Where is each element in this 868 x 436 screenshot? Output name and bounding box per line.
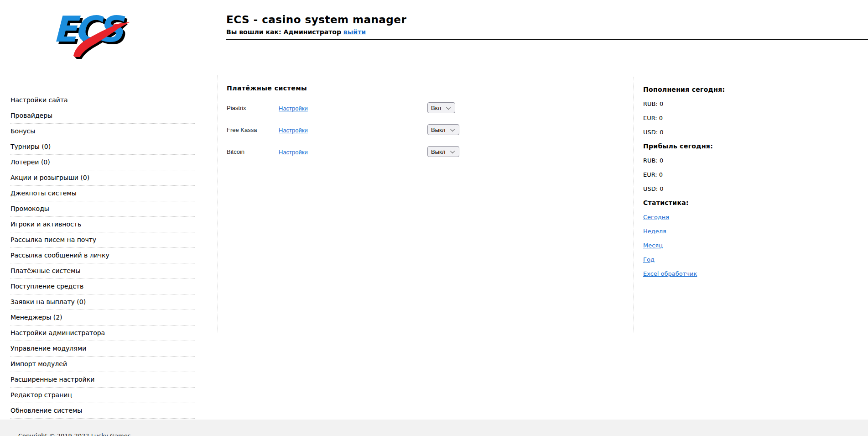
sidebar-item-jackpots[interactable]: Джекпоты системы [10, 186, 195, 201]
payment-name: Free Kassa [227, 126, 279, 133]
sidebar-item-site-settings[interactable]: Настройки сайта [10, 93, 195, 108]
stats-link-month[interactable]: Месяц [643, 242, 663, 249]
header: ECS - casino system manager Вы вошли как… [226, 14, 406, 36]
select-value: Выкл [431, 148, 452, 155]
sidebar-item-providers[interactable]: Провайдеры [10, 108, 195, 124]
sidebar-item-incoming-funds[interactable]: Поступление средств [10, 279, 195, 294]
sidebar-item-pm-newsletter[interactable]: Рассылка сообщений в личку [10, 248, 195, 263]
sidebar-item-module-import[interactable]: Импорт модулей [10, 357, 195, 372]
sidebar-item-promocodes[interactable]: Промокоды [10, 201, 195, 217]
profit-usd: USD: 0 [643, 185, 780, 193]
sidebar-item-mail-newsletter[interactable]: Рассылка писем на почту [10, 232, 195, 248]
login-label: Вы вошли как: Администратор [226, 28, 341, 36]
deposits-usd: USD: 0 [643, 128, 780, 136]
sidebar-item-lotteries[interactable]: Лотереи (0) [10, 155, 195, 170]
stats-panel: Пополнения сегодня: RUB: 0 EUR: 0 USD: 0… [643, 86, 780, 284]
logout-link[interactable]: выйти [343, 28, 366, 36]
copyright-text: Copyright © 2019-2022 Lucky Games [18, 432, 868, 436]
piastrix-settings-link[interactable]: Настройки [279, 105, 308, 112]
deposits-eur: EUR: 0 [643, 114, 780, 122]
payment-row-freekassa: Free Kassa Настройки Выкл [227, 124, 619, 136]
payment-row-bitcoin: Bitcoin Настройки Выкл [227, 146, 619, 158]
sidebar-item-tournaments[interactable]: Турниры (0) [10, 139, 195, 155]
sidebar-item-promotions[interactable]: Акции и розыгрыши (0) [10, 170, 195, 186]
sidebar-item-payment-systems[interactable]: Платёжные системы [10, 263, 195, 279]
stats-link-today[interactable]: Сегодня [643, 214, 669, 221]
page: { "header": { "logo_text": "ECS", "title… [0, 0, 868, 436]
freekassa-settings-link[interactable]: Настройки [279, 127, 308, 134]
select-value: Выкл [431, 126, 452, 133]
statistics-title: Статистика: [643, 199, 780, 207]
profit-today-title: Прибыль сегодня: [643, 142, 780, 150]
sidebar-nav: Настройки сайта Провайдеры Бонусы Турнир… [10, 93, 195, 419]
stats-link-excel[interactable]: Excel обработчик [643, 270, 697, 277]
page-title: ECS - casino system manager [226, 14, 406, 26]
deposits-today-title: Пополнения сегодня: [643, 86, 780, 94]
footer: Copyright © 2019-2022 Lucky Games [0, 420, 868, 436]
sidebar-main-divider [218, 75, 218, 334]
payment-systems-panel: Платёжные системы Piastrix Настройки Вкл… [227, 84, 619, 158]
ecs-logo: ECS ECS [52, 6, 134, 59]
sidebar-item-module-management[interactable]: Управление модулями [10, 341, 195, 357]
sidebar-item-players[interactable]: Игроки и активность [10, 217, 195, 232]
sidebar-item-page-editor[interactable]: Редактор страниц [10, 388, 195, 403]
main-stats-divider [634, 77, 634, 334]
header-divider [226, 39, 868, 40]
stats-link-year[interactable]: Год [643, 256, 655, 263]
freekassa-state-select[interactable]: Выкл [427, 124, 459, 135]
bitcoin-state-select[interactable]: Выкл [427, 146, 459, 157]
sidebar-item-system-update[interactable]: Обновление системы [10, 403, 195, 419]
panel-title: Платёжные системы [227, 84, 619, 92]
sidebar-item-managers[interactable]: Менеджеры (2) [10, 310, 195, 326]
login-status: Вы вошли как: Администратор выйти [226, 28, 406, 36]
sidebar-item-payout-requests[interactable]: Заявки на выплату (0) [10, 294, 195, 310]
sidebar-item-advanced-settings[interactable]: Расширенные настройки [10, 372, 195, 388]
payment-name: Piastrix [227, 105, 279, 111]
sidebar-item-admin-settings[interactable]: Настройки администратора [10, 326, 195, 341]
stats-link-week[interactable]: Неделя [643, 228, 666, 235]
sidebar-item-bonuses[interactable]: Бонусы [10, 124, 195, 139]
profit-rub: RUB: 0 [643, 157, 780, 164]
profit-eur: EUR: 0 [643, 171, 780, 179]
deposits-rub: RUB: 0 [643, 100, 780, 108]
ecs-logo-image: ECS ECS [52, 6, 134, 59]
select-value: Вкл [431, 105, 447, 111]
bitcoin-settings-link[interactable]: Настройки [279, 149, 308, 156]
payment-row-piastrix: Piastrix Настройки Вкл [227, 102, 619, 114]
piastrix-state-select[interactable]: Вкл [427, 102, 455, 113]
payment-name: Bitcoin [227, 148, 279, 155]
